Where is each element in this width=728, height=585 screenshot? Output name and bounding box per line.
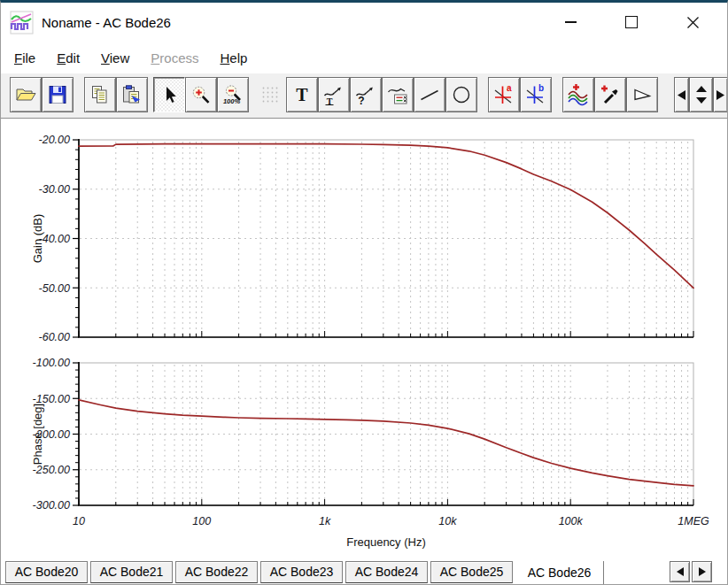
minimize-button[interactable] bbox=[550, 9, 591, 35]
copy-button[interactable] bbox=[84, 77, 116, 112]
svg-text:?: ? bbox=[358, 95, 364, 105]
select-tool-button[interactable] bbox=[153, 77, 185, 112]
phase-plot: -100.00-150.00-200.00-250.00-300.0010100… bbox=[31, 357, 709, 549]
paste-icon bbox=[120, 84, 143, 105]
maximize-button[interactable] bbox=[611, 9, 652, 35]
gain-curve[interactable] bbox=[79, 144, 693, 289]
nav-right-button[interactable] bbox=[713, 77, 728, 112]
show-curves-button[interactable] bbox=[562, 77, 594, 112]
maximize-icon bbox=[625, 16, 638, 28]
menu-bar: FileEditViewProcessHelp bbox=[1, 42, 727, 73]
y-tick-label: -60.00 bbox=[39, 331, 70, 343]
arrow-shape-icon bbox=[631, 84, 654, 105]
tab-ac-bode22[interactable]: AC Bode22 bbox=[175, 561, 258, 583]
tabs: AC Bode20AC Bode21AC Bode22AC Bode23AC B… bbox=[5, 561, 607, 585]
window-title: Noname - AC Bode26 bbox=[42, 15, 171, 30]
x-tick-label: 100 bbox=[192, 515, 211, 527]
diagram-tab-bar: AC Bode20AC Bode21AC Bode22AC Bode23AC B… bbox=[1, 558, 727, 585]
zoom-out-icon: 100% bbox=[221, 84, 244, 105]
legend-icon bbox=[386, 84, 409, 105]
svg-text:T: T bbox=[296, 85, 308, 104]
x-axis-label: Frequency (Hz) bbox=[346, 535, 426, 549]
y-tick-label: -100.00 bbox=[33, 357, 70, 369]
copy-icon bbox=[89, 84, 112, 105]
cursor-a-button[interactable]: a bbox=[488, 77, 520, 112]
phase-curve[interactable] bbox=[79, 400, 693, 486]
select-cursor-icon bbox=[158, 84, 181, 105]
x-tick-label: 100k bbox=[559, 515, 584, 527]
nav-left-icon bbox=[678, 90, 685, 100]
minimize-icon bbox=[565, 21, 577, 23]
bode-diagram: -20.00-30.00-40.00-50.00-60.00Gain (dB)-… bbox=[1, 119, 728, 558]
tab-ac-bode26[interactable]: AC Bode26 bbox=[515, 561, 604, 585]
tab-ac-bode21[interactable]: AC Bode21 bbox=[90, 561, 173, 583]
pick-curve-icon bbox=[598, 83, 623, 106]
x-tick-label: 1MEG bbox=[678, 515, 709, 527]
pick-curve-button[interactable] bbox=[594, 77, 626, 112]
app-window: Noname - AC Bode26 FileEditViewProcessHe… bbox=[0, 0, 728, 585]
close-icon bbox=[686, 16, 700, 29]
menu-process[interactable]: Process bbox=[143, 47, 206, 69]
toolbar: 100%TT?ab bbox=[1, 73, 727, 119]
grid-icon bbox=[259, 84, 282, 105]
y-tick-label: -20.00 bbox=[39, 134, 70, 146]
x-tick-label: 10 bbox=[73, 515, 85, 527]
title-bar: Noname - AC Bode26 bbox=[1, 3, 727, 42]
svg-text:T: T bbox=[327, 96, 333, 106]
paste-button[interactable] bbox=[116, 77, 148, 112]
line-tool-icon bbox=[418, 84, 441, 105]
text-tool-button[interactable]: T bbox=[286, 77, 318, 112]
label-curve-icon: T bbox=[322, 84, 345, 105]
window-controls bbox=[530, 9, 727, 35]
y-tick-label: -150.00 bbox=[33, 393, 70, 405]
nav-left-button[interactable] bbox=[674, 77, 689, 112]
open-button[interactable] bbox=[10, 77, 42, 112]
text-tool-icon: T bbox=[290, 84, 314, 105]
arrow-shape-button[interactable] bbox=[626, 77, 658, 112]
tab-ac-bode20[interactable]: AC Bode20 bbox=[5, 561, 88, 583]
spin-button[interactable] bbox=[689, 77, 713, 112]
tab-ac-bode24[interactable]: AC Bode24 bbox=[345, 561, 428, 583]
y-tick-label: -50.00 bbox=[39, 282, 70, 295]
query-curve-icon: ? bbox=[354, 84, 377, 105]
cursor-b-icon: b bbox=[523, 83, 548, 106]
line-tool-button[interactable] bbox=[414, 77, 445, 112]
svg-text:a: a bbox=[507, 83, 512, 93]
close-button[interactable] bbox=[672, 9, 713, 35]
ellipse-tool-button[interactable] bbox=[445, 77, 477, 112]
show-curves-icon bbox=[566, 83, 591, 106]
bode-chart-area[interactable]: -20.00-30.00-40.00-50.00-60.00Gain (dB)-… bbox=[1, 119, 728, 558]
query-curve-button[interactable]: ? bbox=[350, 77, 382, 112]
cursor-a-icon: a bbox=[492, 83, 516, 106]
y-axis-label: Phase [deg] bbox=[31, 404, 44, 465]
legend-button[interactable] bbox=[382, 77, 414, 112]
menu-view[interactable]: View bbox=[93, 47, 137, 69]
tab-ac-bode23[interactable]: AC Bode23 bbox=[260, 561, 343, 583]
grid-button bbox=[254, 77, 286, 112]
zoom-in-icon bbox=[190, 84, 213, 105]
menu-edit[interactable]: Edit bbox=[49, 47, 88, 69]
app-chart-icon bbox=[10, 11, 34, 35]
zoom-out-button[interactable]: 100% bbox=[217, 77, 249, 112]
y-axis-label: Gain (dB) bbox=[31, 214, 44, 264]
x-tick-label: 10k bbox=[438, 515, 457, 527]
y-tick-label: -250.00 bbox=[33, 464, 70, 476]
svg-text:100%: 100% bbox=[223, 97, 241, 105]
left-triangle-icon bbox=[677, 567, 684, 576]
ellipse-tool-icon bbox=[450, 84, 473, 105]
tab-scroll-right-button[interactable] bbox=[692, 561, 712, 582]
zoom-in-button[interactable] bbox=[185, 77, 217, 112]
gain-plot: -20.00-30.00-40.00-50.00-60.00Gain (dB) bbox=[31, 134, 693, 343]
tab-ac-bode25[interactable]: AC Bode25 bbox=[430, 561, 513, 583]
tab-scroll-left-button[interactable] bbox=[670, 561, 690, 582]
svg-text:b: b bbox=[538, 83, 544, 93]
save-button[interactable] bbox=[42, 77, 74, 112]
open-folder-icon bbox=[14, 84, 37, 105]
cursor-b-button[interactable]: b bbox=[520, 77, 552, 112]
menu-help[interactable]: Help bbox=[213, 47, 256, 69]
menu-file[interactable]: File bbox=[6, 47, 43, 69]
spinner-icon bbox=[694, 83, 709, 106]
nav-right-icon bbox=[716, 90, 724, 100]
y-tick-label: -30.00 bbox=[39, 183, 70, 196]
label-curve-button[interactable]: T bbox=[318, 77, 350, 112]
